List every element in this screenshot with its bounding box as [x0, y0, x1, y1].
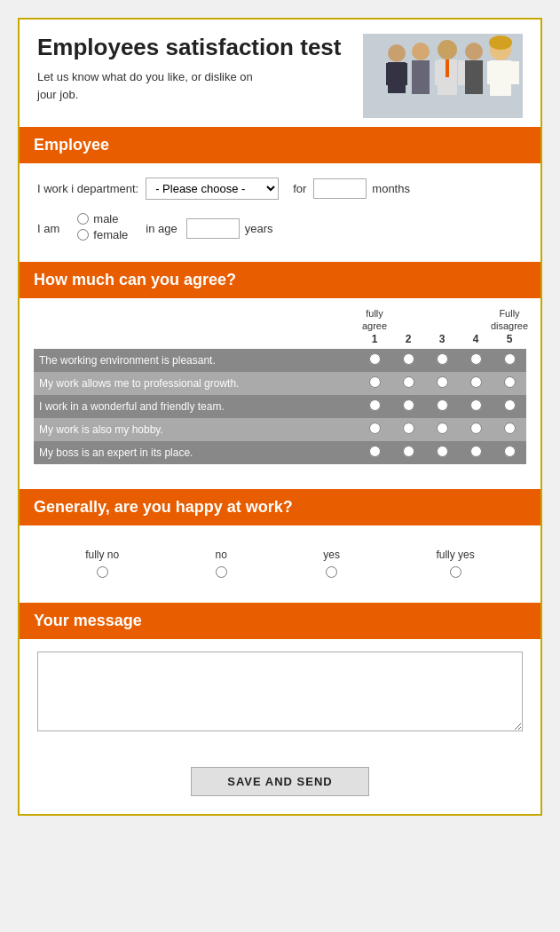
happiness-section: Generally, are you happy at work? fully …: [20, 489, 540, 599]
statement-3: I work in a wonderful and friendly team.: [34, 395, 358, 418]
radio-5-2[interactable]: [391, 441, 425, 464]
age-input[interactable]: [186, 218, 240, 239]
q3-radio-3[interactable]: [437, 399, 448, 411]
q2-radio-4[interactable]: [470, 376, 482, 388]
q2-radio-2[interactable]: [403, 376, 414, 388]
svg-point-15: [489, 36, 512, 50]
radio-3-4[interactable]: [459, 395, 493, 418]
radio-1-3[interactable]: [425, 349, 459, 372]
happiness-fully-no-label: fully no: [85, 549, 119, 561]
radio-2-5[interactable]: [493, 372, 526, 395]
col-num-5: 5: [507, 333, 513, 345]
q4-radio-3[interactable]: [437, 423, 448, 434]
q1-radio-1[interactable]: [369, 353, 381, 365]
years-label: years: [245, 222, 273, 235]
radio-2-4[interactable]: [459, 372, 493, 395]
gender-group: male female: [77, 212, 128, 244]
svg-rect-6: [412, 60, 430, 94]
radio-2-1[interactable]: [358, 372, 391, 395]
statement-4: My work is also my hobby.: [34, 418, 358, 441]
gender-male-radio[interactable]: [77, 213, 89, 225]
q1-radio-4[interactable]: [470, 353, 482, 365]
q4-radio-2[interactable]: [403, 423, 414, 434]
q5-radio-3[interactable]: [437, 446, 448, 457]
message-body: [20, 639, 540, 753]
q5-radio-1[interactable]: [369, 446, 381, 457]
radio-5-4[interactable]: [459, 441, 493, 464]
q5-radio-5[interactable]: [504, 446, 516, 457]
employee-section-header: Employee: [20, 127, 540, 163]
page-title: Employees satisfaction test: [37, 34, 363, 61]
happiness-fully-yes-radio[interactable]: [450, 566, 461, 578]
message-section-header: Your message: [20, 603, 540, 639]
svg-rect-17: [487, 61, 495, 84]
save-send-button[interactable]: SAVE AND SEND: [191, 767, 368, 796]
radio-3-1[interactable]: [358, 395, 391, 418]
gender-male-label: male: [93, 212, 118, 225]
department-select[interactable]: - Please choose - Marketing Sales IT HR …: [146, 178, 279, 200]
col-header-3: 3: [425, 322, 459, 345]
q4-radio-5[interactable]: [504, 423, 516, 434]
radio-5-1[interactable]: [358, 441, 391, 464]
happiness-section-header: Generally, are you happy at work?: [20, 489, 540, 525]
col-header-1: fullyagree 1: [358, 307, 391, 345]
employee-section-body: I work i department: - Please choose - M…: [20, 163, 540, 262]
q3-radio-5[interactable]: [504, 399, 516, 411]
q3-radio-4[interactable]: [470, 399, 482, 411]
q1-radio-2[interactable]: [403, 353, 414, 365]
svg-rect-9: [435, 60, 443, 85]
happiness-fully-no-radio[interactable]: [97, 566, 108, 578]
q4-radio-4[interactable]: [470, 423, 482, 434]
radio-4-4[interactable]: [459, 418, 493, 441]
page-subtitle: Let us know what do you like, or dislike…: [37, 68, 363, 103]
col-header-2: 2: [391, 322, 425, 345]
radio-5-3[interactable]: [425, 441, 459, 464]
table-row: My work is also my hobby.: [34, 418, 526, 441]
gender-female-radio[interactable]: [77, 229, 89, 241]
months-input[interactable]: [313, 178, 367, 199]
q5-radio-2[interactable]: [403, 446, 414, 457]
radio-4-2[interactable]: [391, 418, 425, 441]
col-header-5: Fullydisagree 5: [493, 307, 526, 345]
radio-3-2[interactable]: [391, 395, 425, 418]
table-row: I work in a wonderful and friendly team.: [34, 395, 526, 418]
radio-4-3[interactable]: [425, 418, 459, 441]
table-row: My boss is an expert in its place.: [34, 441, 526, 464]
q5-radio-4[interactable]: [470, 446, 482, 457]
statement-5: My boss is an expert in its place.: [34, 441, 358, 464]
gender-female-option[interactable]: female: [77, 228, 128, 241]
radio-4-1[interactable]: [358, 418, 391, 441]
radio-2-2[interactable]: [391, 372, 425, 395]
q2-radio-5[interactable]: [504, 376, 516, 388]
happiness-yes-radio[interactable]: [326, 566, 337, 578]
svg-point-12: [465, 43, 483, 60]
radio-3-3[interactable]: [425, 395, 459, 418]
radio-5-5[interactable]: [493, 441, 526, 464]
iam-label: I am: [37, 222, 59, 235]
q2-radio-3[interactable]: [437, 376, 448, 388]
gender-male-option[interactable]: male: [77, 212, 128, 225]
rating-headers: fullyagree 1 2 3 4 Fullydisagree: [358, 307, 526, 345]
radio-3-5[interactable]: [493, 395, 526, 418]
q2-radio-1[interactable]: [369, 376, 381, 388]
q3-radio-2[interactable]: [403, 399, 414, 411]
radio-1-1[interactable]: [358, 349, 391, 372]
department-row: I work i department: - Please choose - M…: [37, 178, 523, 200]
radio-1-2[interactable]: [391, 349, 425, 372]
radio-4-5[interactable]: [493, 418, 526, 441]
happiness-no-radio[interactable]: [216, 566, 227, 578]
rating-table: The working environment is pleasant. My …: [34, 349, 526, 464]
radio-1-5[interactable]: [493, 349, 526, 372]
q1-radio-3[interactable]: [437, 353, 448, 365]
q1-radio-5[interactable]: [504, 353, 516, 365]
q3-radio-1[interactable]: [369, 399, 381, 411]
happiness-no: no: [216, 549, 227, 578]
happiness-yes-label: yes: [323, 549, 340, 561]
gender-female-label: female: [93, 228, 128, 241]
radio-2-3[interactable]: [425, 372, 459, 395]
col-num-2: 2: [406, 333, 412, 345]
radio-1-4[interactable]: [459, 349, 493, 372]
message-textarea[interactable]: [37, 652, 523, 731]
happiness-fully-yes: fully yes: [436, 549, 474, 578]
q4-radio-1[interactable]: [369, 423, 381, 434]
